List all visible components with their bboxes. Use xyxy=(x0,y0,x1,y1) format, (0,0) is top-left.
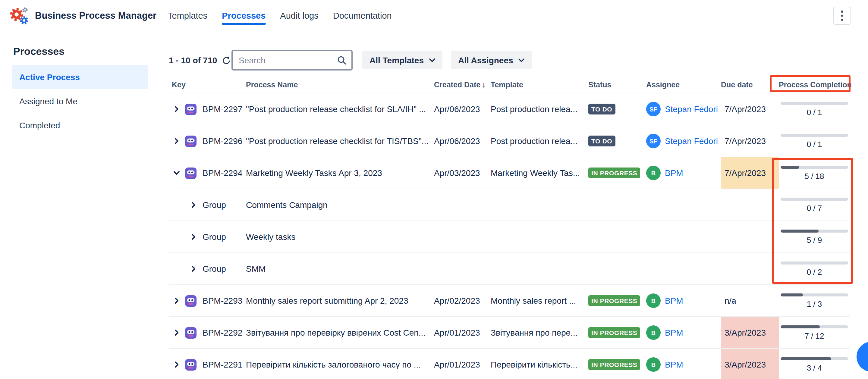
status-badge: TO DO xyxy=(588,135,615,147)
expand-chevron-icon[interactable] xyxy=(190,233,197,241)
column-header-assignee[interactable]: Assignee xyxy=(646,81,721,89)
process-completion-cell: 0 / 1 xyxy=(779,101,850,117)
floating-action-button[interactable] xyxy=(857,342,868,372)
search-input[interactable] xyxy=(239,56,337,65)
expand-chevron-icon[interactable] xyxy=(173,137,180,145)
search-box xyxy=(231,50,352,70)
app-title: Business Process Manager xyxy=(35,10,156,21)
due-date: 7/Apr/2023 xyxy=(721,125,779,157)
due-date: 7/Apr/2023 xyxy=(721,93,779,125)
process-row-expanded: BPM-2294 Marketing Weekly Tasks Apr 3, 2… xyxy=(169,157,850,189)
nav-processes[interactable]: Processes xyxy=(222,0,266,31)
expand-chevron-icon[interactable] xyxy=(173,297,180,304)
assignee-link[interactable]: Stepan Fedori xyxy=(665,136,718,146)
result-count: 1 - 10 of 710 xyxy=(169,50,231,70)
created-date: Apr/06/2023 xyxy=(434,136,491,146)
completion-label: 0 / 7 xyxy=(807,203,822,212)
process-name: Перевірити кількість залогованого часу п… xyxy=(246,360,434,369)
refresh-button[interactable] xyxy=(222,56,231,65)
column-header-status[interactable]: Status xyxy=(588,81,646,89)
sort-desc-icon: ↓ xyxy=(482,81,486,89)
column-header-created-date[interactable]: Created Date↓ xyxy=(434,81,491,89)
process-key: BPM-2292 xyxy=(203,328,246,338)
filter-all-templates[interactable]: All Templates xyxy=(362,51,442,69)
assignee-link[interactable]: BPM xyxy=(665,296,683,306)
group-name: Weekly tasks xyxy=(246,232,434,242)
assignee-avatar: B xyxy=(646,166,661,180)
due-date-highlighted: 7/Apr/2023 xyxy=(721,157,779,189)
table-header: Key Process Name Created Date↓ Template … xyxy=(169,77,850,93)
progress-bar-fill xyxy=(781,229,818,232)
gears-logo-icon xyxy=(8,5,29,26)
process-completion-cell: 7 / 12 xyxy=(779,325,850,340)
expand-chevron-icon[interactable] xyxy=(190,201,197,209)
expand-chevron-icon[interactable] xyxy=(173,105,180,113)
bpm-process-icon xyxy=(184,135,203,147)
process-name: "Post production release checklist for S… xyxy=(246,104,434,114)
column-header-key[interactable]: Key xyxy=(169,81,246,89)
group-completion-cell: 5 / 9 xyxy=(779,229,850,244)
nav-documentation[interactable]: Documentation xyxy=(333,0,392,31)
assignee-avatar: B xyxy=(646,325,661,340)
completion-label: 0 / 1 xyxy=(807,107,822,117)
status-badge: IN PROGRESS xyxy=(588,167,640,178)
group-row: Group Weekly tasks 5 / 9 xyxy=(169,221,850,253)
column-header-process-completion[interactable]: Process Completion xyxy=(779,81,850,89)
collapse-chevron-icon[interactable] xyxy=(173,169,180,177)
completion-label: 5 / 9 xyxy=(807,235,822,244)
bpm-process-icon xyxy=(184,358,203,371)
assignee-link[interactable]: BPM xyxy=(665,360,683,369)
due-date: n/a xyxy=(721,285,779,316)
nav-templates[interactable]: Templates xyxy=(167,0,207,31)
assignee-link[interactable]: BPM xyxy=(665,168,683,178)
column-header-process-name[interactable]: Process Name xyxy=(246,81,434,89)
bpm-process-icon xyxy=(184,294,203,307)
created-date: Apr/01/2023 xyxy=(434,360,491,369)
sidebar-item-active-process[interactable]: Active Process xyxy=(12,65,148,89)
process-row: BPM-2293 Monthly sales report submitting… xyxy=(169,285,850,317)
expand-chevron-icon[interactable] xyxy=(173,329,180,336)
completion-label: 7 / 12 xyxy=(804,331,824,340)
group-name: SMM xyxy=(246,264,434,274)
status-badge: IN PROGRESS xyxy=(588,327,640,338)
process-row: BPM-2297 "Post production release checkl… xyxy=(169,93,850,125)
bpm-process-icon xyxy=(184,167,203,179)
template-name: Monthly sales report ... xyxy=(491,296,588,306)
overflow-menu-button[interactable] xyxy=(833,7,851,25)
group-completion-cell: 0 / 7 xyxy=(779,197,850,212)
progress-bar xyxy=(781,261,848,264)
filter-all-assignees[interactable]: All Assignees xyxy=(451,51,532,69)
column-header-due-date[interactable]: Due date xyxy=(721,81,779,89)
template-name: Перевірити кількість... xyxy=(491,360,588,369)
process-name: Marketing Weekly Tasks Apr 3, 2023 xyxy=(246,168,434,178)
process-name: Звітування про перевірку ввірених Cost C… xyxy=(246,328,434,338)
assignee-link[interactable]: BPM xyxy=(665,328,683,338)
progress-bar xyxy=(781,165,848,168)
sidebar-heading: Processes xyxy=(13,46,163,58)
nav-audit-logs[interactable]: Audit logs xyxy=(280,0,318,31)
process-key: BPM-2294 xyxy=(203,168,246,178)
process-completion-cell: 0 / 1 xyxy=(779,133,850,149)
group-name: Comments Campaign xyxy=(246,200,434,210)
progress-bar xyxy=(781,101,848,104)
created-date-label: Created Date xyxy=(434,81,480,89)
template-name: Post production relea... xyxy=(491,104,588,114)
filter-templates-label: All Templates xyxy=(370,55,424,65)
assignee-avatar: SF xyxy=(646,102,661,116)
template-name: Звітування про пере... xyxy=(491,328,588,338)
due-date-highlighted: 3/Apr/2023 xyxy=(721,317,779,348)
progress-bar-fill xyxy=(781,357,831,360)
sidebar-item-assigned-to-me[interactable]: Assigned to Me xyxy=(12,89,148,113)
bpm-process-icon xyxy=(184,326,203,339)
created-date: Apr/06/2023 xyxy=(434,104,491,114)
app-window: Business Process Manager Templates Proce… xyxy=(0,0,868,379)
expand-chevron-icon[interactable] xyxy=(190,265,197,272)
process-key: BPM-2296 xyxy=(203,136,246,146)
column-header-template[interactable]: Template xyxy=(491,81,588,89)
due-date-highlighted: 3/Apr/2023 xyxy=(721,349,779,379)
sidebar-item-completed[interactable]: Completed xyxy=(12,113,148,137)
status-badge: TO DO xyxy=(588,104,615,115)
expand-chevron-icon[interactable] xyxy=(173,361,180,368)
assignee-avatar: SF xyxy=(646,134,661,148)
assignee-link[interactable]: Stepan Fedori xyxy=(665,104,718,114)
